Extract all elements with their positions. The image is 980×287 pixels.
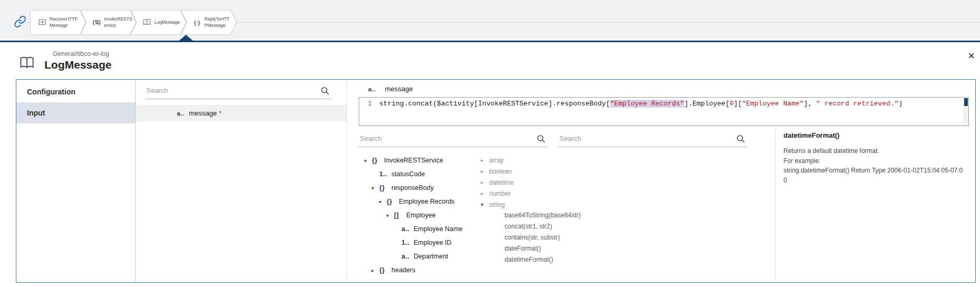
config-nav: Configuration Input <box>16 80 135 282</box>
log-book-icon <box>142 18 151 27</box>
field-row-message[interactable]: a.. message * <box>136 105 347 121</box>
schema-tree: ▾ {} InvokeRESTService 1.. statusCode ▾ … <box>359 154 486 277</box>
fn-category-number[interactable]: ▸ number <box>481 188 655 199</box>
field-label: message <box>189 109 217 117</box>
fn-item-datetimeformat[interactable]: datetimeFormat() <box>481 254 655 265</box>
tree-item-employee-id[interactable]: 1.. Employee ID <box>359 236 486 250</box>
flow-tab-receive-http-message[interactable]: ReceiveHTTPMessage <box>31 11 86 34</box>
receive-message-icon <box>38 18 46 27</box>
tree-item-employee-name[interactable]: a.. Employee Name <box>359 222 486 236</box>
functions-list: ▸ array ▸ boolean ▸ datetime ▸ number ▾ … <box>481 155 655 265</box>
fn-category-string[interactable]: ▾ string <box>481 199 655 210</box>
tree-item-label: statusCode <box>391 170 425 178</box>
expander-icon[interactable]: ▸ <box>481 157 489 163</box>
schema-search-input[interactable] <box>359 135 536 146</box>
divider <box>775 130 776 279</box>
expander-icon[interactable]: ▾ <box>364 158 372 164</box>
code-segment: "Employee Name" <box>742 100 804 108</box>
expander-icon[interactable]: ▸ <box>481 168 489 174</box>
fn-category-datetime[interactable]: ▸ datetime <box>481 177 655 188</box>
fields-search <box>145 86 331 99</box>
expander-icon[interactable]: ▾ <box>371 185 379 191</box>
tab-label: ReceiveHTTPMessage <box>50 16 78 28</box>
tree-item-label: Employee Name <box>414 225 462 233</box>
tree-item-statuscode[interactable]: 1.. statusCode <box>359 167 486 181</box>
editor-scrollbar-thumb[interactable] <box>964 98 968 106</box>
link-icon[interactable] <box>14 15 26 28</box>
expander-icon[interactable]: ▸ <box>481 179 489 185</box>
string-type-icon: a.. <box>368 86 376 92</box>
doc-title: datetimeFormat() <box>783 131 966 139</box>
fields-search-input[interactable] <box>145 87 320 98</box>
reply-message-icon: {↑} <box>192 20 201 26</box>
doc-example-label: For example: <box>783 156 966 166</box>
string-icon: a.. <box>402 225 413 233</box>
code-segment-highlighted: "Employee Records" <box>610 100 684 108</box>
category-label: string <box>489 201 505 208</box>
process-flow-bar: ReceiveHTTPMessage {⇅} InvokeRESTService… <box>0 0 980 41</box>
fn-item-base64tostring[interactable]: base64ToString(base64str) <box>481 210 655 221</box>
expander-icon[interactable]: ▾ <box>386 213 394 218</box>
tab-label: InvokeRESTService <box>104 16 132 28</box>
field-label: message <box>385 85 413 93</box>
category-label: datetime <box>489 179 514 186</box>
object-icon: {} <box>372 157 384 164</box>
tree-item-label: InvokeRESTService <box>384 157 443 164</box>
tree-item-label: responseBody <box>391 184 434 192</box>
object-icon: {} <box>379 184 391 192</box>
invoke-rest-icon: {⇅} <box>92 19 101 26</box>
flow-tab-invoke-rest-service[interactable]: {⇅} InvokeRESTService <box>81 11 136 34</box>
flow-tab-reply-to-http-message[interactable]: {↑} ReplyToHTTPMessage <box>181 11 236 34</box>
breadcrumb: General/tibco-wi-log <box>53 50 109 58</box>
fn-category-boolean[interactable]: ▸ boolean <box>481 166 655 177</box>
expression-editor[interactable]: 1 string.concat($activity[InvokeRESTServ… <box>359 97 969 126</box>
tree-item-headers[interactable]: ▸ {} headers <box>359 263 486 277</box>
object-icon: {} <box>379 266 391 274</box>
search-icon <box>320 86 330 96</box>
code-segment: ][ <box>734 100 742 108</box>
array-icon: [] <box>394 212 406 219</box>
log-activity-icon <box>19 56 35 71</box>
search-icon <box>736 134 746 144</box>
code-segment: ], <box>804 100 816 108</box>
function-doc-panel: datetimeFormat() Returns a default datet… <box>783 131 966 185</box>
line-number: 1 <box>368 100 372 108</box>
object-icon: {} <box>387 198 398 205</box>
code-segment: string.concat($activity[InvokeRESTServic… <box>379 100 610 108</box>
fn-item-dateformat[interactable]: dateFormat() <box>481 243 655 254</box>
tree-item-label: Department <box>414 253 448 260</box>
doc-example: string.datetimeFormat() Return Type 2006… <box>783 166 966 185</box>
schema-search <box>359 134 547 147</box>
editor-scrollbar-track[interactable] <box>964 98 968 126</box>
code-segment: ].Employee[ <box>684 100 730 108</box>
mapper-panel: a.. message 1 string.concat($activity[In… <box>347 80 975 282</box>
code-segment: ) <box>899 100 903 108</box>
expander-icon[interactable]: ▾ <box>379 199 387 205</box>
search-icon <box>536 134 546 144</box>
string-type-icon: a.. <box>177 110 184 117</box>
fn-category-array[interactable]: ▸ array <box>481 155 655 166</box>
expander-icon[interactable]: ▸ <box>371 267 379 273</box>
activity-tabs: ReceiveHTTPMessage {⇅} InvokeRESTService… <box>31 11 236 34</box>
tree-item-employee[interactable]: ▾ [] Employee <box>359 208 486 222</box>
code-line: 1 string.concat($activity[InvokeRESTServ… <box>359 98 968 108</box>
expander-icon[interactable]: ▸ <box>481 190 489 196</box>
functions-search-input[interactable] <box>558 135 736 146</box>
tab-label: ReplyToHTTPMessage <box>204 16 229 28</box>
nav-item-input[interactable]: Input <box>16 102 135 123</box>
number-icon: 1.. <box>379 170 391 178</box>
close-button[interactable]: × <box>968 50 975 62</box>
string-icon: a.. <box>402 253 413 260</box>
expander-icon[interactable]: ▾ <box>481 202 489 207</box>
tree-item-department[interactable]: a.. Department <box>359 250 486 263</box>
nav-item-configuration[interactable]: Configuration <box>16 81 135 102</box>
tree-item-employee-records[interactable]: ▾ {} Employee Records <box>359 195 486 208</box>
fn-item-contains[interactable]: contains(str, substr) <box>481 232 655 243</box>
tree-item-label: Employee ID <box>414 239 452 246</box>
tree-item-responsebody[interactable]: ▾ {} responseBody <box>359 181 486 195</box>
fn-item-concat[interactable]: concat(str1, str2) <box>481 221 655 232</box>
tree-item-label: Employee Records <box>399 198 455 205</box>
input-fields-panel: a.. message * <box>136 80 347 282</box>
tree-item-invokerestservice[interactable]: ▾ {} InvokeRESTService <box>359 154 486 167</box>
flow-tab-log-message[interactable]: LogMessage <box>131 11 186 34</box>
